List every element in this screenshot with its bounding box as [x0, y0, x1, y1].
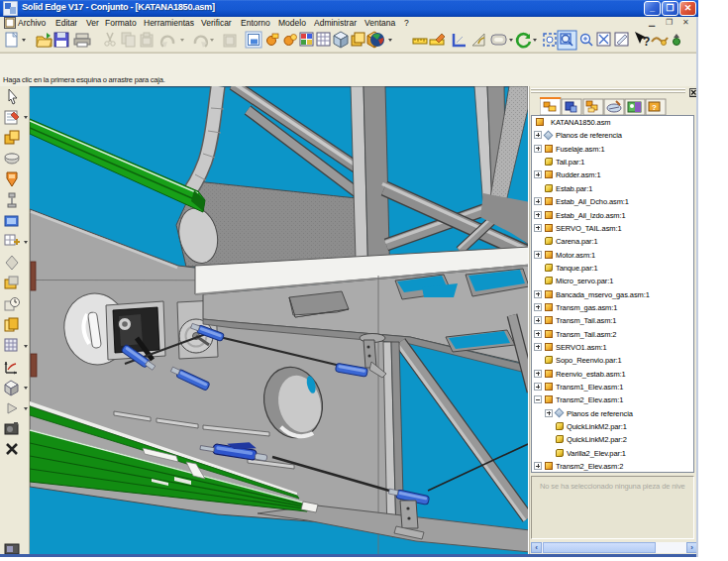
- svg-text:?: ?: [643, 35, 650, 49]
- svg-text:?: ?: [652, 103, 657, 112]
